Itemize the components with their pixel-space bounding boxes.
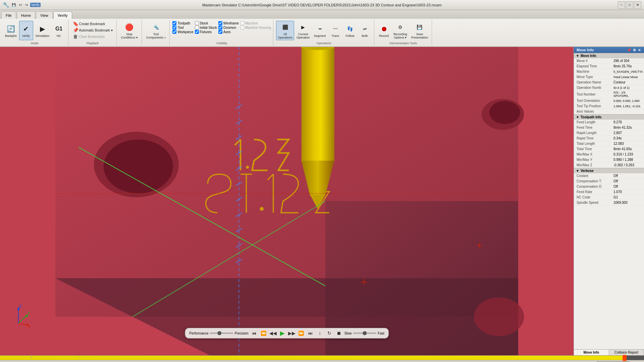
close-button[interactable]: ✕ <box>634 1 641 9</box>
axis-values-label: Axis Values <box>577 110 613 113</box>
nc-button[interactable]: G1 NC <box>52 21 66 40</box>
move-info-section-label: Move Info <box>581 54 596 58</box>
tab-file[interactable]: File <box>1 11 16 19</box>
segment-button[interactable]: ━ Segment <box>312 21 328 40</box>
toolpath-checkbox[interactable]: Toolpath <box>172 21 193 25</box>
tool-components-button[interactable]: 🔩 Tool Components = <box>145 21 168 40</box>
operations-group-label: Operations <box>317 41 331 45</box>
ribbon-group-toolpath: ⏺ Record ⚙ Recording Options ▾ 💾 Save Pr… <box>375 19 432 46</box>
visibility-col1: Toolpath Tool Workpiece <box>172 21 193 34</box>
toolpath-group-label: Demonstration Tools <box>389 41 417 45</box>
quick-access-1[interactable]: 💾 <box>11 3 17 7</box>
timeline-handle[interactable] <box>623 355 627 361</box>
tool-tip-position-value: 1.094; 1.051; -0.101 <box>613 105 641 108</box>
initial-stock-checkbox[interactable]: Initial Stock <box>195 25 217 29</box>
rapid-length-label: Rapid Length <box>577 131 613 135</box>
verify-button[interactable]: ✔ Verify <box>19 21 33 40</box>
operation-name-value: Contour <box>613 80 641 84</box>
wireframe-checkbox[interactable]: Wireframe <box>218 21 239 25</box>
toolpath-info-section-label: Toolpath Info <box>581 115 602 119</box>
tab-home[interactable]: Home <box>17 11 35 19</box>
collapse-icon: ▼ <box>576 54 579 58</box>
svg-point-4 <box>104 139 173 193</box>
machine-label: Machine <box>577 70 613 73</box>
playback-buttons: 🔖 Create Bookmark 📌 Automatic Bookmark ▾… <box>71 20 114 41</box>
rapid-time-label: Rapid Time <box>577 136 613 140</box>
quick-access-2[interactable]: ↩ <box>18 3 23 7</box>
stop-button[interactable]: ⏹ <box>335 329 342 337</box>
axes-checkbox[interactable]: Axes <box>218 30 239 34</box>
fixtures-checkbox[interactable]: Fixtures <box>195 30 217 34</box>
recording-options-button[interactable]: ⚙ Recording Options ▾ <box>392 21 409 40</box>
move-type-value: Feed Linear Move <box>613 75 641 79</box>
skip-start-button[interactable]: ⏮ <box>251 329 258 337</box>
total-length-label: Total Length <box>577 142 613 145</box>
workpiece-checkbox[interactable]: Workpiece <box>172 30 193 34</box>
stop-conditions-button[interactable]: 🛑 Stop Conditions ▾ <box>119 21 140 40</box>
stock-checkbox[interactable]: Stock <box>195 21 217 25</box>
panel-close-button[interactable]: ✕ <box>637 48 641 52</box>
visibility-buttons: Toolpath Tool Workpiece Stock Initial St… <box>172 20 271 41</box>
step-forward-button[interactable]: ⏩ <box>298 329 305 337</box>
current-operation-button[interactable]: ▶ Current Operation <box>295 21 312 40</box>
panel-title: Move Info <box>577 48 594 52</box>
performance-slider[interactable] <box>210 333 233 334</box>
feed-rate-value: 1.070 <box>613 190 641 194</box>
quick-access-4[interactable]: Verify <box>30 3 41 7</box>
maximize-button[interactable]: □ <box>626 1 633 9</box>
tab-verify[interactable]: Verify <box>53 11 72 19</box>
spindle-speed-label: Spindle Speed <box>577 201 613 204</box>
app-icon: 🔧 <box>3 2 9 8</box>
minimize-button[interactable]: − <box>618 1 625 9</box>
panel-settings-button[interactable]: ⚙ <box>632 48 637 52</box>
collision-report-tab[interactable]: Collision Report <box>609 350 644 355</box>
machine-housing-checkbox[interactable]: Machine Housing <box>240 25 271 29</box>
timeline-bar[interactable]: ▼ T <box>0 355 644 360</box>
rapid-length-row: Rapid Length 2.807 <box>574 130 644 136</box>
loop-button[interactable]: ↻ <box>326 329 333 337</box>
all-operations-button[interactable]: ⬛ All Operations <box>276 21 294 40</box>
tool-orientation-value: 0.000; 0.000; 1.000 <box>613 99 641 103</box>
gnomon-checkbox[interactable]: Gnomon <box>218 25 239 29</box>
move-info-panel: Move Info 📌 ⚙ ✕ ▼ Move Info Move # 296 o… <box>574 47 644 355</box>
trace-button[interactable]: 〰 Trace <box>328 21 342 40</box>
tab-view[interactable]: View <box>36 11 53 19</box>
toolpath-buttons: ⏺ Record ⚙ Recording Options ▾ 💾 Save Pr… <box>377 20 430 41</box>
machine-value: 5_5AXGEN_VMCTTA <box>613 70 643 73</box>
quick-access-3[interactable]: ↪ <box>24 3 29 7</box>
create-bookmark-button[interactable]: 🔖 Create Bookmark <box>71 21 107 27</box>
play-button[interactable]: ▶ <box>279 329 286 337</box>
move-info-tab[interactable]: Move Info <box>574 350 609 355</box>
fast-forward-button[interactable]: ▶▶ <box>288 329 296 337</box>
toolpath-info-section-header[interactable]: ▼ Toolpath Info <box>574 114 644 120</box>
viewport[interactable]: Z Y X Performance Precision ⏮ ⏪ ◀◀ ▶ <box>0 47 574 355</box>
move-info-section-header[interactable]: ▼ Move Info <box>574 53 644 58</box>
record-button[interactable]: ⏺ Record <box>377 21 391 40</box>
backplot-button[interactable]: 🔄 Backplot <box>3 21 18 40</box>
save-presentation-button[interactable]: 💾 Save Presentation <box>410 21 430 40</box>
move-number-value: 296 of 304 <box>613 59 641 63</box>
tool-orientation-row: Tool Orientation 0.000; 0.000; 1.000 <box>574 98 644 104</box>
total-time-row: Total Time 8min 41.65s <box>574 146 644 152</box>
simulation-button[interactable]: ▶ Simulation <box>34 21 51 40</box>
ribbon-group-stop: 🛑 Stop Conditions ▾ <box>117 19 142 46</box>
flip-button[interactable]: ↕ <box>316 329 324 337</box>
pin-button[interactable]: 📌 <box>626 48 632 52</box>
speed-slider-group: Slow Fast <box>344 331 384 335</box>
ribbon-group-operations: ⬛ All Operations ▶ Current Operation ━ S… <box>274 19 374 46</box>
follow-button[interactable]: 👣 Follow <box>343 21 357 40</box>
clear-bookmarks-button[interactable]: 🗑 Clear Bookmarks <box>71 34 107 40</box>
automatic-bookmark-button[interactable]: 📌 Automatic Bookmark ▾ <box>71 27 114 33</box>
rewind-button[interactable]: ◀◀ <box>269 329 277 337</box>
ribbon-group-visibility: Toolpath Tool Workpiece Stock Initial St… <box>170 19 273 46</box>
tool-checkbox[interactable]: Tool <box>172 25 193 29</box>
status-bar: Enhancing Model 100% <box>0 360 644 362</box>
step-back-button[interactable]: ⏪ <box>260 329 267 337</box>
coolant-value: Off <box>613 174 641 178</box>
verbose-collapse-icon: ▼ <box>576 169 579 173</box>
speed-slider[interactable] <box>353 333 376 334</box>
machine-checkbox[interactable]: Machine <box>240 21 271 25</box>
verbose-section-header[interactable]: ▼ Verbose <box>574 168 644 173</box>
skip-end-button[interactable]: ⏭ <box>307 329 314 337</box>
both-button[interactable]: ⇌ Both <box>358 21 372 40</box>
